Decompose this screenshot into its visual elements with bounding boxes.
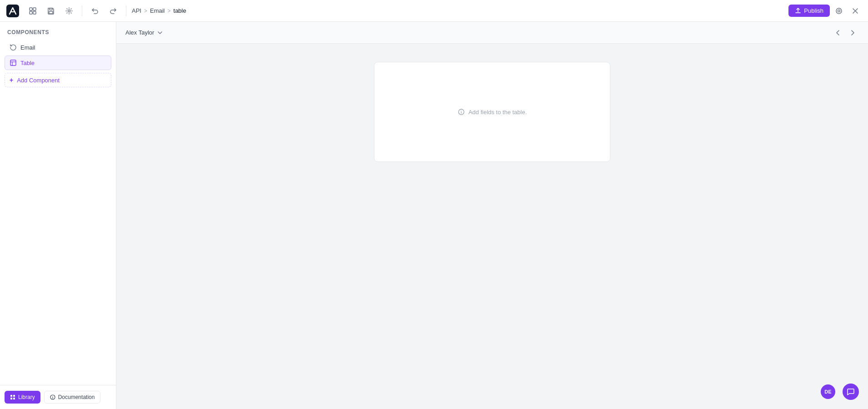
- svg-point-8: [836, 8, 842, 14]
- save-icon-btn[interactable]: [44, 4, 58, 18]
- canvas-area: Alex Taylor: [116, 22, 868, 409]
- topbar-divider-2: [126, 5, 126, 16]
- breadcrumb-api[interactable]: API: [132, 7, 141, 14]
- breadcrumb-table: table: [174, 7, 186, 14]
- svg-rect-4: [33, 11, 36, 14]
- canvas-user-selector[interactable]: Alex Taylor: [125, 29, 163, 36]
- sidebar: Components Email: [0, 22, 116, 409]
- svg-point-9: [838, 10, 840, 12]
- canvas-topbar: Alex Taylor: [116, 22, 868, 44]
- svg-rect-1: [30, 8, 32, 10]
- add-component-label: Add Component: [17, 77, 60, 84]
- topbar-right-icons: Publish: [788, 4, 863, 18]
- avatar: DE: [821, 384, 835, 399]
- documentation-label: Documentation: [58, 394, 95, 400]
- canvas-nav: [832, 26, 859, 39]
- publish-label: Publish: [804, 7, 823, 14]
- svg-rect-13: [10, 395, 12, 397]
- breadcrumb-email[interactable]: Email: [150, 7, 165, 14]
- canvas-user-name: Alex Taylor: [125, 29, 154, 36]
- publish-button[interactable]: Publish: [788, 5, 830, 17]
- preview-icon-btn[interactable]: [832, 4, 846, 18]
- undo-icon-btn[interactable]: [88, 4, 102, 18]
- documentation-button[interactable]: Documentation: [44, 391, 101, 404]
- table-label: Table: [20, 60, 35, 66]
- add-component-button[interactable]: + Add Component: [5, 73, 111, 87]
- settings-icon-btn[interactable]: [62, 4, 76, 18]
- svg-rect-0: [6, 5, 19, 17]
- svg-point-18: [52, 396, 53, 396]
- svg-rect-15: [10, 398, 12, 399]
- canvas-prev-btn[interactable]: [832, 26, 844, 39]
- breadcrumb: API > Email > table: [132, 7, 186, 14]
- refresh-icon: [10, 44, 17, 51]
- dashboard-icon-btn[interactable]: [25, 4, 40, 18]
- svg-rect-2: [33, 8, 36, 10]
- table-icon: [10, 59, 17, 66]
- sidebar-item-email[interactable]: Email: [5, 40, 111, 55]
- svg-rect-6: [49, 11, 53, 14]
- library-button[interactable]: Library: [5, 391, 40, 404]
- svg-rect-16: [13, 398, 15, 399]
- main-layout: Components Email: [0, 22, 868, 409]
- svg-rect-3: [30, 11, 32, 14]
- svg-rect-10: [10, 60, 16, 66]
- topbar: API > Email > table Publish: [0, 0, 868, 22]
- library-label: Library: [18, 394, 35, 400]
- bottom-right-actions: DE: [821, 384, 859, 400]
- add-icon: +: [10, 76, 13, 84]
- table-preview: Add fields to the table.: [374, 62, 610, 162]
- topbar-divider: [82, 5, 82, 16]
- chat-button[interactable]: [843, 384, 859, 400]
- canvas-content[interactable]: Add fields to the table.: [116, 44, 868, 409]
- svg-point-21: [461, 111, 461, 111]
- svg-point-7: [68, 10, 70, 12]
- close-icon-btn[interactable]: [848, 4, 863, 18]
- components-list: Email Table + Add Component: [0, 40, 116, 87]
- redo-icon-btn[interactable]: [106, 4, 120, 18]
- breadcrumb-sep1: >: [144, 8, 147, 14]
- canvas-next-btn[interactable]: [846, 26, 859, 39]
- svg-rect-5: [50, 8, 52, 10]
- empty-message-text: Add fields to the table.: [469, 109, 527, 116]
- sidebar-footer: Library Documentation: [0, 385, 116, 409]
- app-logo[interactable]: [5, 4, 20, 18]
- sidebar-item-table[interactable]: Table: [5, 56, 111, 70]
- svg-rect-14: [13, 395, 15, 397]
- breadcrumb-sep2: >: [168, 8, 171, 14]
- email-label: Email: [20, 44, 35, 51]
- info-circle-icon: [458, 108, 465, 116]
- table-empty-message: Add fields to the table.: [458, 108, 527, 116]
- sidebar-title: Components: [0, 22, 116, 40]
